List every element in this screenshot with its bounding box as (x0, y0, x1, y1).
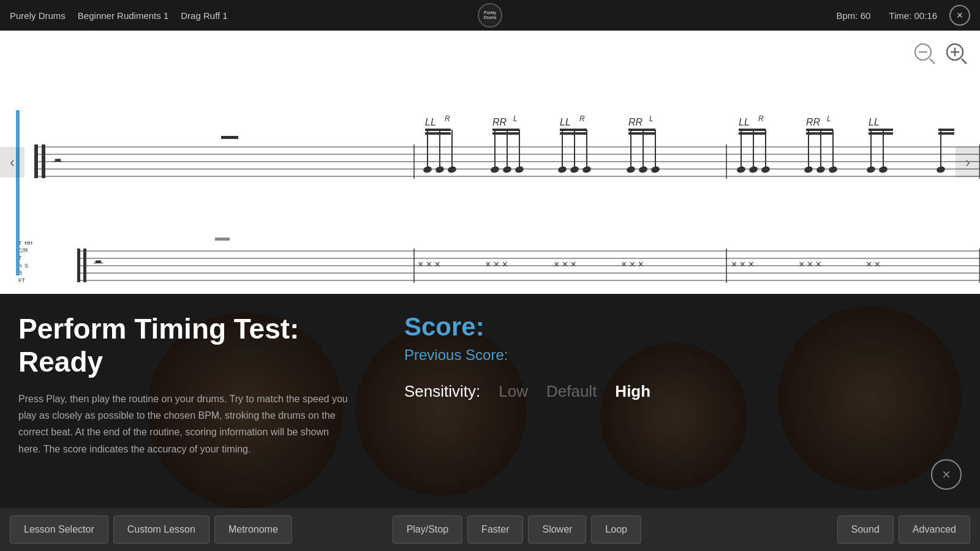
svg-rect-104 (83, 249, 86, 282)
app-name: Purely Drums (10, 10, 66, 21)
svg-point-76 (804, 165, 813, 173)
topbar: Purely Drums Beginner Rudiments 1 Drag R… (0, 0, 980, 31)
play-stop-button[interactable]: Play/Stop (393, 515, 462, 544)
svg-point-78 (828, 165, 838, 173)
timing-test-section: Perform Timing Test: Ready Press Play, t… (18, 312, 374, 457)
score-section: Score: Previous Score: Sensitivity: Low … (374, 312, 962, 401)
app-logo: PurelyDrums (478, 3, 502, 28)
svg-point-68 (761, 165, 771, 173)
sensitivity-label: Sensitivity: (404, 382, 480, 401)
faster-button[interactable]: Faster (467, 515, 523, 544)
time-display: Time: 00:16 (889, 10, 937, 21)
svg-text:×  ×  ×: × × × (485, 259, 508, 269)
breadcrumb: Purely Drums Beginner Rudiments 1 Drag R… (10, 10, 228, 21)
slower-button[interactable]: Slower (528, 515, 586, 544)
svg-point-37 (502, 165, 512, 173)
svg-point-85 (878, 165, 888, 173)
timing-test-title: Perform Timing Test: Ready (18, 312, 374, 378)
zoom-in-icon (945, 42, 968, 66)
svg-text:R: R (758, 114, 764, 123)
svg-text:L: L (649, 114, 654, 123)
svg-point-56 (626, 165, 636, 173)
lesson-group: Beginner Rudiments 1 (78, 10, 168, 21)
sheet-music-area: 𝄼 LL R RR L LL R (0, 31, 980, 294)
svg-text:RR: RR (628, 117, 643, 127)
zoom-controls (911, 40, 970, 67)
nav-right-button[interactable]: › (956, 147, 980, 178)
svg-point-58 (650, 165, 660, 173)
svg-point-47 (570, 165, 579, 173)
svg-point-77 (816, 165, 826, 173)
sensitivity-row: Sensitivity: Low Default High (404, 382, 962, 401)
svg-rect-12 (34, 144, 38, 178)
svg-text:LL: LL (425, 117, 436, 127)
svg-line-6 (962, 59, 967, 64)
svg-line-2 (930, 59, 935, 64)
svg-point-38 (514, 165, 524, 173)
zoom-in-button[interactable] (943, 40, 970, 67)
svg-text:C/R: C/R (18, 247, 28, 253)
custom-lesson-button[interactable]: Custom Lesson (113, 515, 209, 544)
lesson-selector-button[interactable]: Lesson Selector (10, 515, 108, 544)
svg-text:L: L (827, 114, 831, 123)
svg-text:L: L (513, 114, 518, 123)
svg-point-66 (736, 165, 746, 173)
bottom-close-button[interactable]: × (931, 459, 962, 490)
svg-text:×  ×  ×: × × × (799, 259, 821, 269)
svg-point-28 (447, 165, 457, 173)
svg-point-67 (748, 165, 758, 173)
svg-point-48 (582, 165, 592, 173)
lower-staff-svg: T HH C/R T A S B FT 𝄼 × × × × × × × × × … (16, 233, 980, 294)
svg-text:×  ×  ×: × × × (731, 259, 754, 269)
svg-rect-103 (77, 249, 80, 282)
svg-rect-106 (215, 238, 230, 241)
svg-text:S: S (24, 263, 28, 269)
topbar-close-button[interactable]: × (949, 5, 970, 26)
advanced-button[interactable]: Advanced (899, 515, 970, 544)
svg-point-26 (423, 165, 432, 173)
svg-text:×  ×  ×: × × × (418, 259, 440, 269)
sensitivity-high[interactable]: High (615, 382, 650, 401)
svg-rect-18 (221, 136, 238, 139)
score-label: Score: (404, 312, 962, 342)
svg-text:×  ×  ×: × × × (554, 259, 576, 269)
lesson-name: Drag Ruff 1 (181, 10, 227, 21)
svg-point-46 (557, 165, 567, 173)
svg-rect-13 (42, 144, 45, 178)
svg-text:RR: RR (806, 117, 821, 127)
loop-button[interactable]: Loop (591, 515, 641, 544)
svg-point-57 (638, 165, 648, 173)
metronome-button[interactable]: Metronome (214, 515, 292, 544)
sensitivity-low[interactable]: Low (499, 382, 528, 401)
svg-point-36 (490, 165, 500, 173)
svg-text:LL: LL (739, 117, 750, 127)
svg-text:RR: RR (492, 117, 507, 127)
nav-left-button[interactable]: ‹ (0, 147, 24, 178)
zoom-out-icon (913, 42, 937, 66)
svg-text:R: R (445, 114, 450, 123)
zoom-out-button[interactable] (911, 40, 938, 67)
prev-score-label: Previous Score: (404, 347, 962, 364)
svg-point-84 (866, 165, 876, 173)
svg-text:R: R (579, 114, 585, 123)
timing-test-description: Press Play, then play the routine on you… (18, 391, 349, 457)
svg-text:FT: FT (18, 277, 25, 283)
right-toolbar-controls: Sound Advanced (837, 515, 970, 544)
sound-button[interactable]: Sound (837, 515, 894, 544)
upper-staff-svg: 𝄼 LL R RR L LL R (16, 110, 980, 202)
svg-text:𝄼: 𝄼 (93, 260, 104, 264)
svg-text:HH: HH (24, 240, 32, 246)
svg-point-89 (936, 165, 946, 173)
svg-text:×  ×: × × (866, 259, 880, 269)
svg-text:LL: LL (560, 117, 571, 127)
svg-text:LL: LL (869, 117, 880, 127)
center-playback-controls: Play/Stop Faster Slower Loop (393, 515, 641, 544)
bpm-time-display: Bpm: 60 Time: 00:16 (836, 10, 937, 21)
svg-text:×  ×  ×: × × × (621, 259, 644, 269)
bpm-display: Bpm: 60 (836, 10, 870, 21)
playback-position-indicator (16, 110, 20, 276)
svg-point-27 (435, 165, 445, 173)
sensitivity-default[interactable]: Default (546, 382, 597, 401)
bottom-toolbar: Lesson Selector Custom Lesson Metronome … (0, 508, 980, 551)
